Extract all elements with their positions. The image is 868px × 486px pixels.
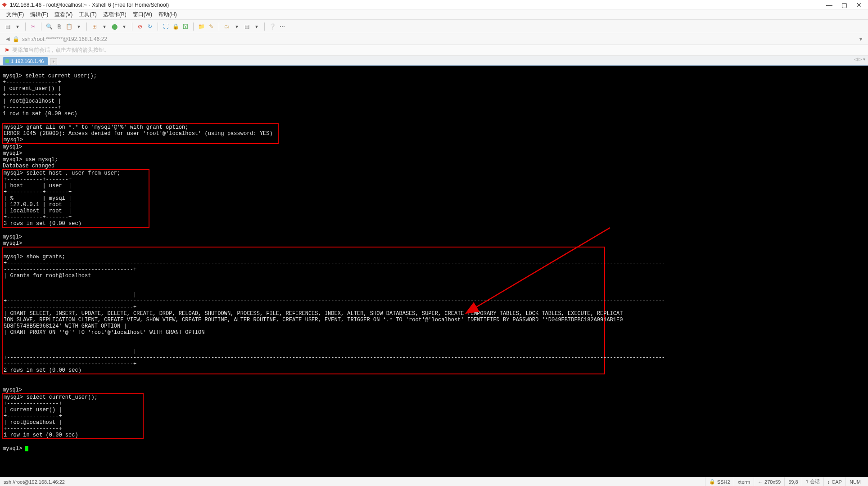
lock-icon: 🔒 [13,36,19,42]
back-arrow-icon[interactable]: ◀ [5,36,11,42]
status-cursor-pos: 59,8 [784,477,801,486]
annotation-redbox: mysql> show grants; +-------------------… [2,247,605,374]
status-connection: ssh://root@192.168.1.46:22 [4,479,705,485]
address-dropdown-icon[interactable]: ▾ [857,36,864,43]
lock-icon: 🔒 [709,479,715,485]
menu-file[interactable]: 文件(F) [5,10,26,19]
search-icon[interactable]: 🔍 [45,22,53,31]
lock-icon[interactable]: 🔒 [172,22,180,31]
terminal-line: 2 rows in set (0.00 sec) [4,367,81,374]
terminal-line: mysql> mysql> [3,234,22,247]
terminal-line: mysql> [3,387,22,393]
menu-edit[interactable]: 编辑(E) [28,10,50,19]
maximize-button[interactable]: ▢ [841,1,847,9]
app-logo-icon: ❖ [2,1,7,8]
annotation-redbox: mysql> select host , user from user; +--… [2,169,149,228]
info-icon[interactable]: ⋯ [278,22,286,31]
status-num: NUM [845,477,864,486]
refresh-icon[interactable]: ↻ [146,22,154,31]
flag-icon: ⚑ [5,47,9,54]
terminal-line: 5D8F5748B5E968124' WITH GRANT OPTION | [4,323,127,329]
new-session-icon[interactable]: ▤ [4,22,12,31]
session-status-icon [5,59,9,63]
dropdown-icon[interactable]: ▾ [233,22,241,31]
menu-tabs[interactable]: 选项卡(B) [101,10,128,19]
status-protocol: 🔒SSH2 [705,477,734,486]
separator-icon [219,22,219,31]
stop-icon[interactable]: ⊘ [136,22,144,31]
help-icon[interactable]: ❔ [268,22,276,31]
fullscreen-icon[interactable]: ⛶ [162,22,170,31]
terminal-line: ----------------------------------------… [4,304,136,310]
menu-window[interactable]: 窗口(W) [131,10,154,19]
annotation-redbox: mysql> select current_user(); +---------… [2,393,144,439]
terminal-line: ION SLAVE, REPLICATION CLIENT, CREATE VI… [4,317,623,323]
terminal-line: | GRANT SELECT, INSERT, UPDATE, DELETE, … [4,310,623,317]
address-text[interactable]: ssh://root:********@192.168.1.46:22 [22,36,107,42]
status-size: ↔270x59 [754,477,784,486]
session-tab[interactable]: 1 192.168.1.46 [3,57,48,65]
dropdown-icon[interactable]: ▾ [75,22,83,31]
terminal-line: mysql> select current_user(); +---------… [3,73,97,117]
status-sessions: 1 会话 [802,477,823,486]
connect-icon[interactable]: ✂ [29,22,37,31]
terminal-line: mysql> mysql> mysql> use mysql; Database… [3,144,58,169]
copy-icon[interactable]: ⎘ [55,22,63,31]
terminal-line: mysql> select current_user(); +---------… [4,394,98,438]
terminal-line: mysql> grant all on *.* to 'mysql'@'%' w… [4,124,273,143]
hint-text: 要添加当前会话，点击左侧的箭头按钮。 [12,46,109,54]
menu-help[interactable]: 帮助(H) [157,10,179,19]
separator-icon [158,22,158,31]
menu-tools[interactable]: 工具(T) [77,10,98,19]
terminal-line: mysql> [3,446,25,452]
window-title: 192.168.1.46 - root@localhost:~ - Xshell… [10,2,826,8]
dropdown-icon[interactable]: ▾ [120,22,128,31]
new-tab-button[interactable]: + [50,58,57,65]
script-icon[interactable]: ▤ [243,22,251,31]
terminal-line: | GRANT PROXY ON ''@'' TO 'root'@'localh… [4,329,204,336]
cursor-icon [25,446,28,451]
dropdown-icon[interactable]: ▾ [14,22,22,31]
terminal-line: ----------------------------------------… [4,266,136,273]
font-color-icon[interactable]: ⊞ [90,22,99,31]
dropdown-icon[interactable]: ▾ [253,22,261,31]
terminal-output[interactable]: mysql> select current_user(); +---------… [0,66,868,477]
open-folder-icon[interactable]: 🗂 [223,22,231,31]
paste-icon[interactable]: 📋 [65,22,73,31]
separator-icon [193,22,194,31]
tab-menu-icon[interactable]: ▾ [863,57,865,62]
terminal-line: +---------------------------------------… [4,260,665,266]
brush-icon[interactable]: ✎ [207,22,215,31]
terminal-line: +---------------------------------------… [4,355,665,361]
terminal-line: | [4,292,136,298]
highlight-icon[interactable]: ⬤ [110,22,118,31]
annotation-redbox: mysql> grant all on *.* to 'mysql'@'%' w… [2,123,279,144]
minimize-button[interactable]: — [826,1,832,9]
session-tab-label: 1 192.168.1.46 [11,58,44,64]
key-icon[interactable]: ⚿ [181,22,190,31]
separator-icon [132,22,132,31]
separator-icon [86,22,87,31]
close-button[interactable]: ✕ [856,1,862,9]
tab-next-icon[interactable]: ▷ [859,57,862,62]
terminal-line: | [4,348,136,355]
folder-icon[interactable]: 📁 [197,22,205,31]
terminal-line: | Grants for root@localhost [4,273,91,279]
menu-view[interactable]: 查看(V) [53,10,74,19]
terminal-line: ----------------------------------------… [4,361,136,367]
terminal-line: mysql> select host , user from user; +--… [4,170,120,227]
separator-icon [264,22,265,31]
status-caps: ↕CAP [823,477,845,486]
terminal-line: mysql> show grants; [4,254,65,260]
separator-icon [25,22,26,31]
tab-prev-icon[interactable]: ◁ [854,57,858,62]
terminal-line: +---------------------------------------… [4,298,665,304]
separator-icon [41,22,41,31]
dropdown-icon[interactable]: ▾ [100,22,108,31]
status-term: xterm [734,477,754,486]
